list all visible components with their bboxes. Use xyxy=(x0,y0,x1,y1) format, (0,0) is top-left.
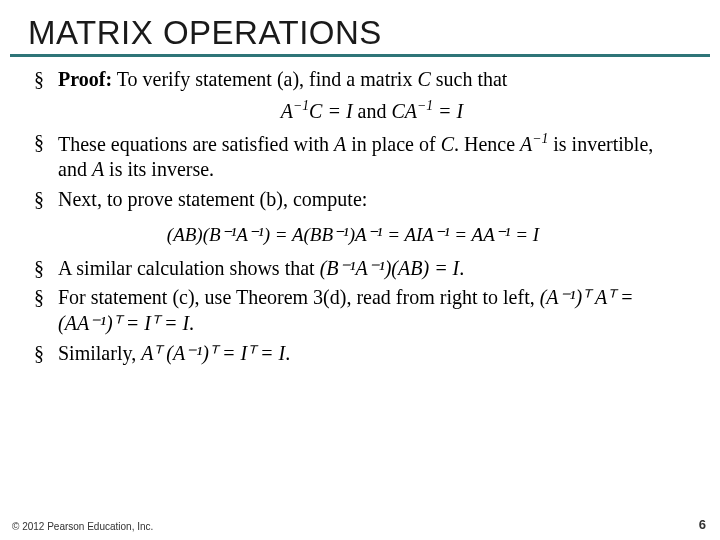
b2-A2: A xyxy=(92,158,104,180)
title-rule xyxy=(10,54,710,57)
b2-sup: −1 xyxy=(532,131,548,146)
page-title: MATRIX OPERATIONS xyxy=(28,14,720,52)
b2-Ainv: A xyxy=(520,133,532,155)
bullet-list-2: A similar calculation shows that (B⁻¹A⁻¹… xyxy=(20,256,686,366)
b4a: A similar calculation shows that xyxy=(58,257,320,279)
eq1-sup1: −1 xyxy=(293,98,309,113)
eq1-r1: CA xyxy=(391,99,417,121)
b2c: . Hence xyxy=(454,133,520,155)
b5b: . xyxy=(189,312,194,334)
b1-tail: such that xyxy=(431,68,508,90)
equation-row-1: A−1C = I and CA−1 = I xyxy=(58,97,686,124)
b2-A: A xyxy=(334,133,346,155)
eq1-mid: C = I xyxy=(309,99,353,121)
bullet-proof: Proof: To verify statement (a), find a m… xyxy=(34,67,686,124)
eq2: (AB)(B⁻¹A⁻¹) = A(BB⁻¹)A⁻¹ = AIA⁻¹ = AA⁻¹… xyxy=(167,224,539,245)
proof-label: Proof: xyxy=(58,68,112,90)
bullet-similarly: Similarly, Aᵀ (A⁻¹)ᵀ = Iᵀ = I. xyxy=(34,341,686,367)
b1-text: To verify statement (a), find a matrix xyxy=(112,68,417,90)
b5: For statement (c), use Theorem 3(d), rea… xyxy=(58,286,540,308)
b2e: is its inverse. xyxy=(104,158,214,180)
b2a: These equations are satisfied with xyxy=(58,133,334,155)
eq1-and: and xyxy=(353,99,392,121)
b6b: . xyxy=(285,342,290,364)
bullet-equations-satisfied: These equations are satisfied with A in … xyxy=(34,130,686,183)
eq1-A: A xyxy=(281,99,293,121)
b2b: in place of xyxy=(346,133,440,155)
eq1-sup2: −1 xyxy=(417,98,433,113)
bullet-list: Proof: To verify statement (a), find a m… xyxy=(20,67,686,212)
b2-C: C xyxy=(441,133,454,155)
bullet-statement-c: For statement (c), use Theorem 3(d), rea… xyxy=(34,285,686,336)
b3: Next, to prove statement (b), compute: xyxy=(58,188,367,210)
var-c: C xyxy=(417,68,430,90)
b6a: Similarly, xyxy=(58,342,141,364)
page-number: 6 xyxy=(699,517,706,532)
content-area: Proof: To verify statement (a), find a m… xyxy=(0,67,720,366)
equation-row-2: (AB)(B⁻¹A⁻¹) = A(BB⁻¹)A⁻¹ = AIA⁻¹ = AA⁻¹… xyxy=(20,222,686,248)
bullet-next-b: Next, to prove statement (b), compute: xyxy=(34,187,686,213)
b4b: . xyxy=(459,257,464,279)
eq1-r2: = I xyxy=(433,99,463,121)
bullet-similar-calc: A similar calculation shows that (B⁻¹A⁻¹… xyxy=(34,256,686,282)
copyright: © 2012 Pearson Education, Inc. xyxy=(12,521,153,532)
b6eq: Aᵀ (A⁻¹)ᵀ = Iᵀ = I xyxy=(141,342,285,364)
b4eq: (B⁻¹A⁻¹)(AB) = I xyxy=(320,257,460,279)
